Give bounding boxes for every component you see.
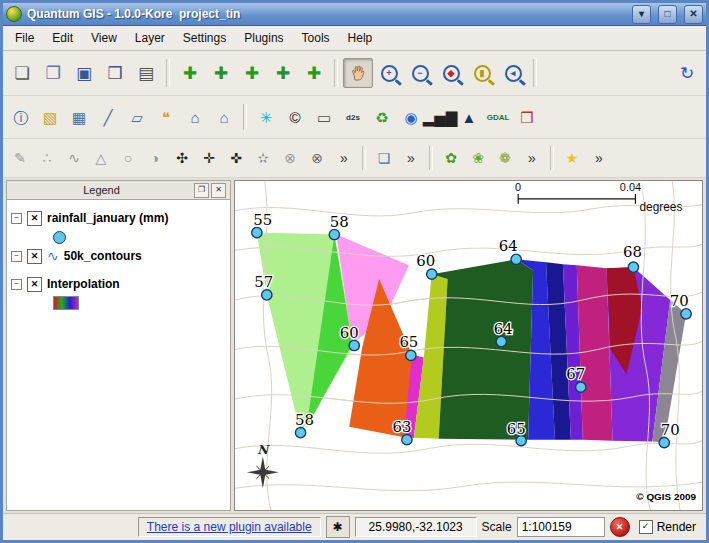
scale-bar-plugin-button[interactable]: ▭ [310, 103, 338, 131]
save-project-as-button[interactable]: ❒ [100, 58, 130, 88]
menu-tools[interactable]: Tools [294, 28, 338, 48]
cut-features-icon: ⊗ [284, 151, 296, 165]
gdal-tools-plugin-button[interactable]: GDAL [484, 103, 512, 131]
pan-map-button[interactable] [343, 58, 373, 88]
interpolation-plugin-button[interactable]: ✳ [252, 103, 280, 131]
select-features-button[interactable]: ▧ [36, 103, 64, 131]
toolbar-overflow-1-button[interactable]: » [331, 145, 357, 171]
zoom-full-extent-button[interactable]: ◆ [436, 58, 466, 88]
toolbar-separator [550, 146, 554, 170]
legend-item-rainfall-january[interactable]: rainfall_january (mm) [11, 208, 226, 228]
copy-features-button[interactable]: ⊗ [304, 145, 330, 171]
bookmark-star-button[interactable]: ★ [559, 145, 585, 171]
menu-settings[interactable]: Settings [175, 28, 234, 48]
toolbar-overflow-4-button[interactable]: » [586, 145, 612, 171]
globe-plugin-button[interactable]: ◉ [397, 103, 425, 131]
toolbar-overflow-3-button[interactable]: » [519, 145, 545, 171]
expander-icon[interactable] [11, 279, 22, 290]
close-button[interactable]: ✕ [684, 5, 703, 24]
titlebar[interactable]: Quantum GIS - 1.0.0-Kore project_tin ▾ □… [3, 3, 706, 26]
toolbar-overflow-2-button[interactable]: » [398, 145, 424, 171]
add-raster-layer-button[interactable]: ✚ [206, 58, 236, 88]
new-plugin-link[interactable]: There is a new plugin available [147, 520, 312, 534]
dxf2shape-plugin-button[interactable]: d2s [339, 103, 367, 131]
menu-edit[interactable]: Edit [44, 28, 81, 48]
legend-item-interpolation[interactable]: Interpolation [11, 274, 226, 294]
cut-features-button[interactable]: ⊗ [277, 145, 303, 171]
legend-panel: Legend ❐ ✕ rainfall_january (mm) 50k_co [6, 180, 231, 511]
copyright-label-plugin-button[interactable]: © [281, 103, 309, 131]
add-vector-layer-button[interactable]: ✚ [175, 58, 205, 88]
save-project-button[interactable]: ▣ [69, 58, 99, 88]
histogram-plugin-button[interactable]: ▂▅▇ [426, 103, 454, 131]
render-toggle[interactable]: Render [635, 518, 700, 536]
gps-tools-plugin-button[interactable]: ♻ [368, 103, 396, 131]
grass-tools-button[interactable]: ❁ [492, 145, 518, 171]
zoom-to-layer-button[interactable]: ▮ [467, 58, 497, 88]
menu-help[interactable]: Help [340, 28, 381, 48]
minimize-button[interactable]: ▾ [632, 5, 651, 24]
zoom-out-button[interactable]: − [405, 58, 435, 88]
show-bookmarks-button[interactable]: ⌂ [181, 103, 209, 131]
node-tool-button[interactable]: ✣ [169, 145, 195, 171]
open-attribute-table-button[interactable]: ▦ [65, 103, 93, 131]
new-bookmark-button[interactable]: ⌂ [210, 103, 238, 131]
measure-line-button[interactable]: ╱ [94, 103, 122, 131]
expander-icon[interactable] [11, 213, 22, 224]
zoom-full-extent-glyph: ◆ [448, 69, 455, 78]
add-wms-layer-button[interactable]: ✚ [268, 58, 298, 88]
grass-open-mapset-button[interactable]: ✿ [438, 145, 464, 171]
new-project-button[interactable]: ❏ [7, 58, 37, 88]
zoom-in-button[interactable]: + [374, 58, 404, 88]
move-feature-button[interactable]: ○ [115, 145, 141, 171]
gradient-symbol-icon [53, 296, 79, 310]
capture-point-button[interactable]: ∴ [34, 145, 60, 171]
split-features-button[interactable]: ◑ [142, 145, 168, 171]
composer-page-button[interactable]: ❏ [371, 145, 397, 171]
measure-area-button[interactable]: ▱ [123, 103, 151, 131]
menu-view[interactable]: View [83, 28, 125, 48]
add-vertex-button[interactable]: ✜ [223, 145, 249, 171]
capture-line-button[interactable]: ∿ [61, 145, 87, 171]
legend-item-50k-contours[interactable]: 50k_contours [11, 246, 226, 266]
zoom-last-button[interactable]: ◂ [498, 58, 528, 88]
layer-checkbox[interactable] [27, 249, 42, 264]
maximize-button[interactable]: □ [658, 5, 677, 24]
legend-float-button[interactable]: ❐ [194, 183, 209, 198]
capture-line-icon: ∿ [68, 151, 80, 165]
map-svg: 0 0.04 degrees N © QGIS 2009 55586064687… [235, 181, 702, 510]
move-vertex-button[interactable]: ✛ [196, 145, 222, 171]
layer-label[interactable]: 50k_contours [64, 249, 142, 263]
render-label: Render [657, 520, 696, 534]
menu-file[interactable]: File [7, 28, 42, 48]
new-vector-layer-button[interactable]: ✚ [299, 58, 329, 88]
layer-checkbox[interactable] [27, 211, 42, 226]
menu-plugins[interactable]: Plugins [236, 28, 291, 48]
legend-close-button[interactable]: ✕ [211, 183, 226, 198]
add-postgis-layer-button[interactable]: ✚ [237, 58, 267, 88]
capture-polygon-button[interactable]: △ [88, 145, 114, 171]
stop-render-button[interactable]: ✕ [610, 517, 630, 537]
expander-icon[interactable] [11, 251, 22, 262]
render-checkbox[interactable] [639, 520, 653, 534]
quick-print-plugin-button[interactable]: ❒ [513, 103, 541, 131]
north-arrow-plugin-button[interactable]: ▲ [455, 103, 483, 131]
svg-text:58: 58 [295, 411, 314, 429]
layer-label[interactable]: rainfall_january (mm) [47, 211, 168, 225]
menu-layer[interactable]: Layer [127, 28, 173, 48]
refresh-map-button[interactable]: ↻ [672, 58, 702, 88]
grass-new-mapset-button[interactable]: ❀ [465, 145, 491, 171]
qgis-app-icon[interactable] [6, 6, 22, 22]
map-tips-button[interactable]: ❝ [152, 103, 180, 131]
delete-vertex-button[interactable]: ✫ [250, 145, 276, 171]
globe-plugin-icon: ◉ [404, 110, 417, 125]
layer-label[interactable]: Interpolation [47, 277, 120, 291]
print-composer-button[interactable]: ▤ [131, 58, 161, 88]
toggle-editing-button[interactable]: ✎ [7, 145, 33, 171]
plugin-manager-button[interactable]: ✱ [326, 516, 350, 538]
scale-input[interactable] [517, 517, 605, 537]
open-project-button[interactable]: ❐ [38, 58, 68, 88]
map-canvas[interactable]: 0 0.04 degrees N © QGIS 2009 55586064687… [234, 180, 703, 511]
identify-features-button[interactable]: ⓘ [7, 103, 35, 131]
layer-checkbox[interactable] [27, 277, 42, 292]
